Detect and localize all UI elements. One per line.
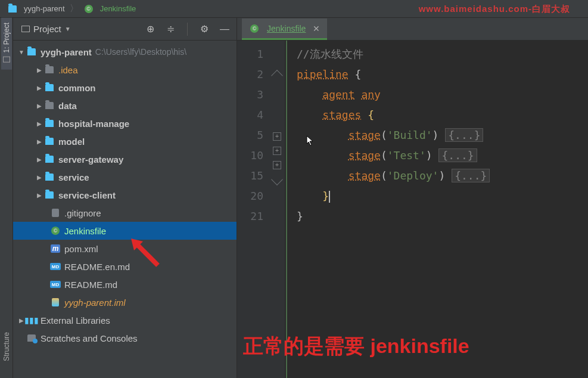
rail-tab-project[interactable]: 1: Project <box>1 18 12 70</box>
line-number: 5 <box>241 125 263 145</box>
line-number: 4 <box>241 105 263 125</box>
tree-item-label: hospital-manage <box>58 119 129 129</box>
project-sidebar: Project ▼ ⊕ ≑ ⚙ — ▼ yygh-parent C:\Users… <box>13 18 237 378</box>
tree-item-label: .idea <box>58 65 78 75</box>
tree-file-jenkinsfile[interactable]: © Jenkinsfile <box>13 222 237 240</box>
chevron-right-icon: ▶ <box>35 85 44 91</box>
tree-root[interactable]: ▼ yygh-parent C:\Users\lfy\Desktop\his\ <box>13 43 237 61</box>
code-keyword: stage <box>349 169 381 182</box>
tree-item-label: pom.xml <box>64 244 98 254</box>
chevron-right-icon: ▶ <box>35 120 44 127</box>
tree-folder-hospital-manage[interactable]: ▶ hospital-manage <box>13 114 237 132</box>
tree-item-label: External Libraries <box>41 315 110 326</box>
fold-expand-icon[interactable]: + <box>273 132 281 141</box>
arrow-annotation <box>131 238 161 268</box>
fold-close-icon[interactable] <box>271 173 283 185</box>
file-icon <box>50 209 61 217</box>
code-keyword: agent <box>322 88 354 101</box>
chevron-right-icon: ▶ <box>35 138 44 145</box>
code-fold[interactable]: {...} <box>452 169 490 182</box>
tree-folder-service-client[interactable]: ▶ service-client <box>13 186 237 204</box>
tree-item-label: Scratches and Consoles <box>41 333 138 343</box>
tree-file-iml[interactable]: yygh-parent.iml <box>13 293 237 311</box>
rail-tab-structure[interactable]: Structure <box>1 327 12 366</box>
folder-icon <box>44 191 55 199</box>
tree-folder-idea[interactable]: ▶ .idea <box>13 61 237 79</box>
rail-tab-structure-label: Structure <box>2 332 11 361</box>
rail-tab-project-label: 1: Project <box>2 23 11 53</box>
fold-expand-icon[interactable]: + <box>273 161 281 169</box>
close-icon[interactable]: ✕ <box>313 24 320 33</box>
chevron-right-icon: ▶ <box>35 192 44 199</box>
code-fold[interactable]: {...} <box>438 148 477 162</box>
folder-icon <box>7 5 18 13</box>
code-content[interactable]: //流水线文件 pipeline { agent any stages { st… <box>286 41 588 378</box>
folder-icon <box>44 102 55 109</box>
tab-jenkinsfile[interactable]: © Jenkinsfile ✕ <box>242 18 327 40</box>
tree-file-gitignore[interactable]: .gitignore <box>13 204 237 222</box>
tree-file-pom[interactable]: m pom.xml <box>13 240 237 258</box>
line-number: 1 <box>241 44 263 64</box>
folder-icon <box>44 156 55 163</box>
markdown-icon: MD <box>50 263 61 270</box>
watermark: www.baimeidashu.com-白眉大叔 <box>419 4 570 15</box>
folder-icon <box>44 66 55 73</box>
chevron-down-icon: ▼ <box>17 49 26 55</box>
fold-open-icon[interactable] <box>271 70 283 82</box>
code-keyword: pipeline <box>297 68 349 80</box>
annotation-text: 正常的是需要 jenkinsfile <box>243 333 469 360</box>
code-area[interactable]: 1 2 3 4 5 10 15 20 21 + + + //流 <box>237 41 588 378</box>
markdown-icon: MD <box>50 281 61 288</box>
tree-file-readme-en[interactable]: MD README.en.md <box>13 258 237 275</box>
settings-button[interactable]: ⚙ <box>198 23 210 35</box>
tree-item-label: README.en.md <box>64 262 130 272</box>
fold-expand-icon[interactable]: + <box>273 147 281 155</box>
tree-external-libraries[interactable]: ▶ ▮▮▮ External Libraries <box>13 311 237 329</box>
tree-item-label: common <box>58 83 96 93</box>
tree-folder-server-gateway[interactable]: ▶ server-gateway <box>13 150 237 168</box>
tree-scratches[interactable]: Scratches and Consoles <box>13 329 237 347</box>
breadcrumb-root[interactable]: yygh-parent <box>4 3 69 14</box>
chevron-right-icon: ▶ <box>35 156 44 163</box>
line-number: 20 <box>241 186 263 206</box>
jenkins-icon: © <box>83 5 94 13</box>
line-gutter: 1 2 3 4 5 10 15 20 21 <box>237 41 269 378</box>
folder-icon <box>26 48 37 55</box>
breadcrumb-file[interactable]: © Jenkinsfile <box>80 3 140 14</box>
tree-item-label: service <box>58 172 89 182</box>
tree-item-label: data <box>58 101 77 111</box>
project-tree: ▼ yygh-parent C:\Users\lfy\Desktop\his\ … <box>13 41 237 378</box>
code-keyword: stages <box>322 109 361 121</box>
library-icon: ▮▮▮ <box>26 315 37 325</box>
code-keyword: stage <box>349 149 381 162</box>
sidebar-title-label: Project <box>33 24 61 34</box>
line-number: 21 <box>241 206 263 227</box>
breadcrumb-file-label: Jenkinsfile <box>100 4 136 13</box>
tree-folder-service[interactable]: ▶ service <box>13 168 237 186</box>
folder-icon <box>44 120 55 127</box>
chevron-down-icon: ▼ <box>65 26 71 32</box>
tree-item-label: model <box>58 137 85 147</box>
text-caret <box>329 191 330 203</box>
tree-folder-model[interactable]: ▶ model <box>13 132 237 150</box>
tree-item-label: service-client <box>58 190 116 200</box>
breadcrumb-root-label: yygh-parent <box>24 4 65 13</box>
line-number: 3 <box>241 85 263 105</box>
code-fold[interactable]: {...} <box>445 128 483 142</box>
line-number: 15 <box>241 166 263 186</box>
tree-root-label: yygh-parent <box>41 47 92 57</box>
sidebar-title[interactable]: Project ▼ <box>21 24 71 34</box>
left-tool-rail: 1: Project Structure <box>0 18 13 378</box>
select-opened-file-button[interactable]: ⊕ <box>144 23 156 35</box>
project-rail-icon <box>3 57 10 63</box>
tree-folder-common[interactable]: ▶ common <box>13 79 237 97</box>
maven-icon: m <box>50 244 61 253</box>
scratches-icon <box>26 334 37 342</box>
tree-folder-data[interactable]: ▶ data <box>13 97 237 114</box>
minimize-button[interactable]: — <box>219 23 231 35</box>
tree-file-readme[interactable]: MD README.md <box>13 275 237 293</box>
tree-root-path: C:\Users\lfy\Desktop\his\ <box>95 47 186 57</box>
editor-panel: © Jenkinsfile ✕ 1 2 3 4 5 10 15 20 21 <box>237 18 588 378</box>
code-string: 'Deploy' <box>387 169 439 182</box>
expand-all-button[interactable]: ≑ <box>164 23 176 35</box>
